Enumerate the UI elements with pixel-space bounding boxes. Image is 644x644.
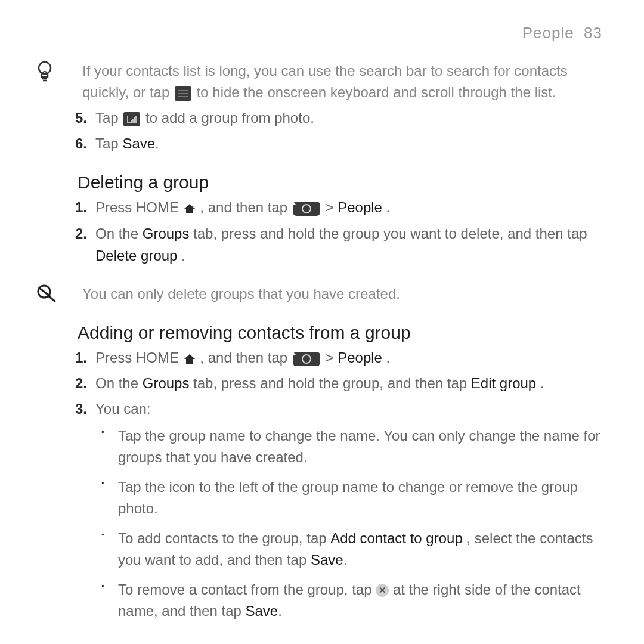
b4-c: .	[278, 603, 282, 619]
header-page-number: 83	[584, 24, 602, 42]
note-text: You can only delete groups that you have…	[82, 286, 400, 302]
addrem-steps: 1. Press HOME , and then tap > People . …	[36, 346, 608, 622]
add-contact-label: Add contact to group	[330, 530, 462, 546]
header-section: People	[522, 24, 574, 42]
step-number: 1.	[75, 346, 87, 369]
sub-bullet-4: To remove a contact from the group, tap …	[118, 579, 608, 622]
tip-callout: If your contacts list is long, you can u…	[36, 60, 608, 103]
ar1-b: , and then tap	[200, 349, 291, 366]
b3-c: .	[343, 552, 348, 568]
ds1-c: >	[326, 199, 338, 215]
steps-top: 5. Tap to add a group from photo. 6. Tap…	[36, 107, 608, 154]
edit-group-label: Edit group	[471, 375, 536, 391]
step-5-b: to add a group from photo.	[145, 110, 314, 126]
b4-a: To remove a contact from the group, tap	[118, 581, 376, 597]
addrem-sublist: Tap the group name to change the name. Y…	[95, 425, 608, 622]
addrem-step-2: 2. On the Groups tab, press and hold the…	[95, 372, 608, 394]
remove-x-icon: ✕	[376, 584, 389, 597]
page-header: People 83	[36, 24, 602, 42]
step-5-a: Tap	[95, 110, 122, 126]
step-number: 2.	[75, 222, 87, 244]
apps-launcher-icon	[293, 352, 320, 366]
tip-text-part2: to hide the onscreen keyboard and scroll…	[197, 84, 556, 100]
step-number: 3.	[75, 398, 87, 420]
home-icon	[183, 353, 196, 365]
b3-a: To add contacts to the group, tap	[118, 530, 330, 546]
step-number: 2.	[75, 372, 87, 394]
delete-steps: 1. Press HOME , and then tap > People . …	[36, 196, 608, 267]
hide-keyboard-icon	[175, 86, 191, 101]
ar2-c: .	[540, 375, 544, 391]
apps-launcher-icon	[293, 202, 320, 216]
magnifier-note-icon	[36, 283, 82, 305]
delete-group-label: Delete group	[95, 247, 177, 264]
people-label: People	[338, 199, 382, 215]
addrem-step-1: 1. Press HOME , and then tap > People .	[95, 346, 608, 369]
save-label: Save	[311, 552, 343, 568]
ar2-b: tab, press and hold the group, and then …	[193, 375, 471, 391]
sub-bullet-1: Tap the group name to change the name. Y…	[118, 425, 608, 468]
home-icon	[183, 203, 196, 215]
groups-label: Groups	[143, 225, 190, 242]
ds2-c: .	[181, 247, 185, 264]
step-6-b: .	[155, 135, 159, 151]
lightbulb-icon	[36, 60, 82, 83]
ds1-a: Press HOME	[95, 199, 183, 215]
save-label: Save	[246, 603, 278, 619]
svg-line-5	[39, 288, 50, 296]
delete-step-2: 2. On the Groups tab, press and hold the…	[95, 222, 608, 267]
delete-step-1: 1. Press HOME , and then tap > People .	[95, 196, 608, 218]
ar3-lead: You can:	[95, 401, 151, 417]
people-label: People	[338, 349, 382, 366]
note-callout: You can only delete groups that you have…	[36, 283, 608, 305]
ds2-b: tab, press and hold the group you want t…	[193, 225, 587, 242]
sub-bullet-2: Tap the icon to the left of the group na…	[118, 476, 608, 519]
step-number: 6.	[75, 132, 87, 154]
step-5: 5. Tap to add a group from photo.	[95, 107, 608, 129]
addrem-step-3: 3. You can: Tap the group name to change…	[95, 398, 608, 621]
step-number: 1.	[75, 196, 87, 218]
ds1-d: .	[386, 199, 391, 215]
step-6-a: Tap	[95, 135, 122, 151]
groups-label: Groups	[143, 375, 190, 391]
save-label: Save	[122, 135, 155, 151]
ar1-c: >	[326, 349, 338, 366]
heading-deleting-group: Deleting a group	[78, 172, 608, 193]
ds1-b: , and then tap	[200, 199, 291, 215]
sub-bullet-3: To add contacts to the group, tap Add co…	[118, 528, 608, 571]
ar1-d: .	[386, 349, 391, 366]
step-number: 5.	[75, 107, 87, 129]
heading-add-remove: Adding or removing contacts from a group	[78, 323, 608, 343]
ds2-a: On the	[95, 225, 143, 242]
photo-icon	[123, 112, 140, 126]
ar1-a: Press HOME	[95, 349, 183, 366]
step-6: 6. Tap Save.	[95, 132, 608, 154]
ar2-a: On the	[95, 375, 143, 391]
